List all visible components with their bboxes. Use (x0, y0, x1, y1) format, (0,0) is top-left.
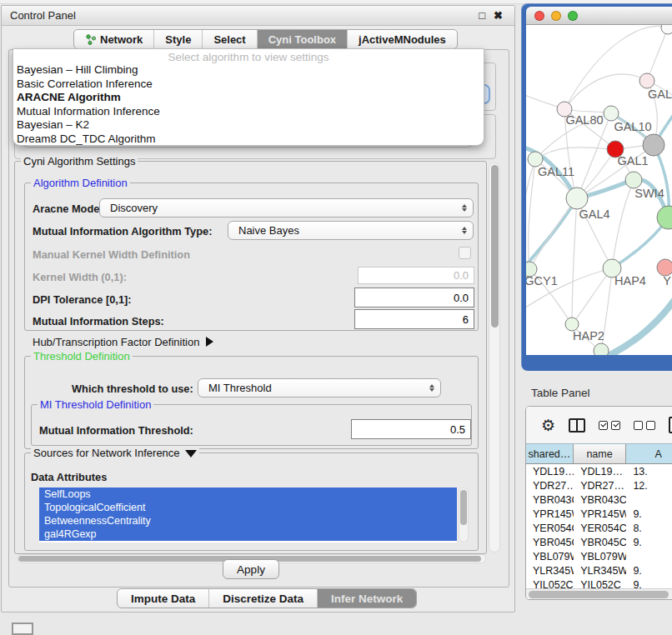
tab-label: Cyni Toolbox (268, 33, 336, 46)
control-panel-title: Control Panel (10, 9, 76, 22)
table-rows: YDL19…YDL19…13.YDR27…YDR27…12.YBR043CYBR… (526, 464, 672, 590)
apply-button[interactable]: Apply (223, 559, 279, 579)
column-header[interactable]: shared… (526, 444, 574, 463)
tab-cyni-toolbox[interactable]: Cyni Toolbox (257, 30, 347, 48)
node-swi4[interactable] (625, 172, 642, 188)
table-cell: YER054C (526, 521, 574, 535)
scrollbar-thumb[interactable] (491, 165, 499, 328)
deselect-all-icon[interactable] (634, 421, 655, 430)
manual-kernel-label: Manual Kernel Width Definition (33, 248, 190, 261)
table-horizontal-scrollbar[interactable] (526, 588, 672, 599)
mi-threshold-field[interactable]: 0.5 (351, 419, 471, 439)
sources-group-title[interactable]: Sources for Network Inference (31, 447, 199, 459)
table-cell: YLR345W (526, 563, 574, 578)
algorithm-option[interactable]: Basic Correlation Inference (13, 78, 484, 92)
minimize-traffic-light[interactable] (551, 11, 561, 21)
kernel-width-field[interactable]: 0.0 (358, 267, 474, 284)
table-cell: YPR145W (574, 507, 626, 521)
mi-threshold-label: Mutual Information Threshold: (39, 424, 193, 437)
algorithm-placeholder: Select algorithm to view settings (13, 49, 484, 63)
select-all-icon[interactable] (599, 421, 620, 430)
settings-group-title: Cyni Algorithm Settings (21, 155, 138, 168)
tab-network[interactable]: Network (74, 30, 153, 48)
table-cell: YBL079W (574, 549, 626, 563)
dpi-tolerance-field[interactable]: 0.0 (354, 288, 474, 308)
network-canvas-svg[interactable]: GALGAL80GAL10GAL1GAL11SWI4GAL4GCY1HAP4YH… (526, 25, 672, 355)
network-edge[interactable] (647, 28, 668, 81)
table-row[interactable]: YLR345WYLR345W9. (526, 563, 672, 578)
network-edge[interactable] (529, 159, 535, 269)
scrollbar-thumb[interactable] (529, 591, 669, 598)
zoom-traffic-light[interactable] (568, 11, 578, 21)
bottom-tab-discretize-data[interactable]: Discretize Data (208, 589, 317, 608)
mi-threshold-value: 0.5 (450, 423, 465, 436)
table-cell: 12. (626, 478, 672, 492)
node-label: SWI4 (634, 187, 664, 200)
algorithm-option[interactable]: Bayesian – K2 (13, 118, 484, 132)
network-edge[interactable] (572, 198, 577, 324)
which-threshold-label: Which threshold to use: (72, 382, 193, 395)
table-row[interactable]: YDR27…YDR27…12. (526, 478, 672, 492)
tab-style[interactable]: Style (153, 30, 202, 48)
node-top-partial[interactable] (661, 25, 672, 34)
table-cell: 9. (626, 507, 672, 521)
table-row[interactable]: YER054CYER054C8. (526, 521, 672, 535)
table-cell: YBL079W (526, 549, 574, 563)
column-header[interactable]: A (626, 444, 672, 463)
tab-select[interactable]: Select (202, 30, 256, 48)
export-table-icon[interactable] (669, 417, 672, 433)
scrollbar-thumb[interactable] (460, 490, 467, 525)
node-label: GAL11 (538, 165, 574, 178)
table-cell: 9. (626, 535, 672, 549)
node-gal10[interactable] (604, 106, 619, 121)
table-row[interactable]: YDL19…YDL19…13. (526, 464, 672, 478)
node-bottom[interactable] (594, 343, 609, 355)
node-label: Y (663, 274, 671, 288)
data-attribute-item[interactable]: TopologicalCoefficient (39, 501, 457, 514)
gear-icon[interactable]: ⚙ (541, 418, 555, 433)
hub-definition-expander[interactable]: Hub/Transcription Factor Definition (33, 336, 213, 348)
bottom-tab-impute-data[interactable]: Impute Data (118, 589, 208, 608)
data-attribute-item[interactable]: BetweennessCentrality (39, 514, 457, 528)
attributes-vertical-scrollbar[interactable] (459, 488, 469, 542)
algorithm-option[interactable]: Mutual Information Inference (13, 105, 484, 119)
node-gray[interactable] (643, 134, 664, 156)
table-cell: YPR145W (526, 507, 574, 521)
data-attributes-list[interactable]: SelfLoopsTopologicalCoefficientBetweenne… (39, 488, 457, 542)
table-toolbar: ⚙ (526, 407, 672, 443)
data-attributes-label: Data Attributes (31, 471, 107, 483)
table-row[interactable]: YBR045CYBR045C9. (526, 535, 672, 549)
network-edge[interactable] (535, 148, 615, 159)
split-columns-icon[interactable] (569, 418, 585, 432)
node-gal4[interactable] (566, 188, 588, 209)
mi-algorithm-type-combo[interactable]: Naive Bayes (228, 221, 474, 240)
aracne-mode-combo[interactable]: Discovery (99, 198, 474, 218)
network-canvas[interactable]: GALGAL80GAL10GAL1GAL11SWI4GAL4GCY1HAP4YH… (526, 25, 672, 355)
table-row[interactable]: YBL079WYBL079W (526, 549, 672, 563)
algorithm-option[interactable]: Bayesian – Hill Climbing (13, 63, 484, 78)
control-panel-window: Control Panel □ ✖ NetworkStyleSelectCyni… (1, 5, 515, 612)
data-attribute-item[interactable]: gal4RGexp (39, 528, 457, 541)
tab-label: Style (165, 33, 191, 46)
bottom-tab-infer-network[interactable]: Infer Network (317, 589, 416, 608)
node-gal-pink[interactable] (639, 73, 654, 88)
close-traffic-light[interactable] (534, 11, 544, 21)
network-edge[interactable] (564, 74, 647, 109)
table-header-row: shared…nameA (526, 443, 672, 464)
minimized-panel-icon[interactable] (12, 622, 33, 635)
algorithm-option[interactable]: Dream8 DC_TDC Algorithm (13, 132, 484, 147)
table-row[interactable]: YBR043CYBR043C (526, 492, 672, 507)
mi-steps-field[interactable]: 6 (354, 309, 474, 329)
node-big-green[interactable] (657, 206, 672, 229)
float-window-icon[interactable]: □ (479, 10, 485, 21)
manual-kernel-checkbox[interactable] (459, 247, 471, 259)
close-window-icon[interactable]: ✖ (494, 10, 503, 21)
table-row[interactable]: YPR145WYPR145W9. (526, 507, 672, 521)
tab-jactivemnodules[interactable]: jActiveMNodules (347, 30, 457, 48)
algorithm-option[interactable]: ARACNE Algorithm (13, 91, 484, 105)
column-header[interactable]: name (574, 444, 626, 463)
settings-vertical-scrollbar[interactable] (489, 162, 500, 552)
node-salmon[interactable] (657, 259, 672, 276)
which-threshold-combo[interactable]: MI Threshold (198, 378, 441, 398)
data-attribute-item[interactable]: SelfLoops (39, 488, 457, 501)
